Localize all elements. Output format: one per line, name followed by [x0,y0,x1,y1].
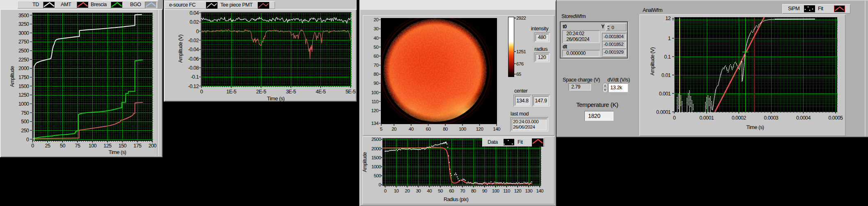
svg-text:70: 70 [460,188,465,193]
svg-text:0: 0 [196,29,199,34]
svg-text:50: 50 [373,45,378,50]
svg-text:Time (s): Time (s) [109,149,126,155]
svg-text:2750: 2750 [18,39,29,45]
svg-text:0.01: 0.01 [662,72,671,78]
svg-text:3E-5: 3E-5 [286,89,296,95]
svg-text:-0.04: -0.04 [188,47,199,52]
svg-text:2000: 2000 [18,66,29,71]
svg-text:0: 0 [31,143,34,149]
svg-text:0: 0 [378,182,381,187]
svg-text:50: 50 [60,143,65,149]
svg-text:2000: 2000 [371,146,381,151]
svg-text:100: 100 [89,143,97,149]
svg-text:0.04: 0.04 [190,10,199,16]
svg-text:Amplitude (V): Amplitude (V) [650,47,655,75]
svg-text:0.001: 0.001 [659,91,671,97]
svg-text:40: 40 [373,36,378,41]
svg-text:0.0005: 0.0005 [829,115,843,121]
svg-text:12: 12 [665,16,671,21]
svg-text:20: 20 [392,127,396,131]
svg-text:0.0001: 0.0001 [699,115,714,121]
svg-text:30: 30 [373,26,378,31]
svg-text:30: 30 [416,188,421,193]
svg-text:80: 80 [373,72,378,77]
svg-text:70: 70 [373,63,378,68]
svg-text:250: 250 [21,128,29,134]
svg-text:676: 676 [516,61,524,66]
svg-text:1000: 1000 [371,164,381,169]
svg-text:0: 0 [384,188,387,193]
svg-text:2922: 2922 [516,16,526,20]
svg-text:110: 110 [371,99,378,104]
svg-text:120: 120 [371,108,378,113]
svg-text:1E-5: 1E-5 [226,89,236,95]
svg-text:120: 120 [514,188,522,193]
svg-text:0: 0 [26,137,29,143]
svg-text:-0.06: -0.06 [188,56,199,62]
svg-text:5E-5: 5E-5 [346,89,356,95]
svg-text:40: 40 [409,127,414,131]
svg-text:3500: 3500 [18,13,29,18]
svg-text:Time (s): Time (s) [267,95,285,102]
svg-text:3000: 3000 [18,30,29,36]
svg-text:0: 0 [200,89,203,95]
svg-text:120: 120 [476,127,483,131]
svg-text:60: 60 [373,54,378,59]
svg-text:10: 10 [394,188,399,193]
svg-text:100: 100 [459,127,466,131]
svg-text:0.0004: 0.0004 [796,115,811,121]
svg-text:140: 140 [493,127,500,131]
svg-text:20: 20 [405,188,410,193]
svg-text:130: 130 [525,188,533,193]
svg-text:140: 140 [536,188,543,193]
svg-text:60: 60 [426,127,431,131]
svg-text:-0.08: -0.08 [188,65,199,71]
svg-text:2500: 2500 [18,48,29,54]
svg-text:1500: 1500 [18,84,29,89]
svg-text:0.1: 0.1 [664,54,671,60]
svg-text:65: 65 [516,72,521,77]
svg-text:5: 5 [380,127,382,131]
svg-text:0.0002: 0.0002 [732,115,747,121]
svg-text:Time (s): Time (s) [747,124,764,130]
svg-text:20: 20 [373,17,378,22]
svg-text:90: 90 [482,188,487,193]
svg-text:134: 134 [371,121,379,126]
svg-text:4E-5: 4E-5 [316,89,326,95]
svg-text:0: 0 [673,115,676,121]
svg-text:-0.1: -0.1 [191,74,199,80]
svg-text:1750: 1750 [18,75,29,80]
svg-text:Radius (pix): Radius (pix) [444,197,468,202]
svg-text:3250: 3250 [18,21,29,27]
svg-text:110: 110 [503,188,510,193]
svg-text:0.0003: 0.0003 [764,115,779,121]
svg-text:1500: 1500 [371,155,381,160]
svg-text:1: 1 [668,36,671,41]
svg-text:90: 90 [373,81,378,86]
svg-text:150: 150 [119,143,127,149]
svg-text:175: 175 [133,143,142,149]
svg-text:80: 80 [443,127,448,131]
svg-text:Amplitude: Amplitude [362,152,368,172]
svg-text:200: 200 [149,143,157,149]
svg-text:Amplitude (V): Amplitude (V) [178,34,183,63]
svg-text:100: 100 [371,90,378,95]
svg-text:60: 60 [449,188,454,193]
svg-text:2500: 2500 [371,137,381,142]
svg-text:-0.12: -0.12 [188,84,199,89]
svg-text:Amplitude: Amplitude [9,66,15,87]
svg-text:750: 750 [21,110,29,116]
svg-text:25: 25 [45,143,50,149]
svg-text:1250: 1250 [18,92,29,98]
svg-text:100: 100 [492,188,499,193]
svg-text:125: 125 [103,143,112,149]
svg-text:500: 500 [374,173,381,178]
svg-text:500: 500 [21,119,29,125]
svg-text:75: 75 [75,143,80,149]
svg-text:80: 80 [471,188,476,193]
svg-text:1000: 1000 [18,101,29,107]
svg-text:-0.02: -0.02 [188,38,199,43]
svg-text:2E-5: 2E-5 [256,89,266,95]
svg-text:2250: 2250 [18,57,29,63]
svg-text:50: 50 [438,188,443,193]
